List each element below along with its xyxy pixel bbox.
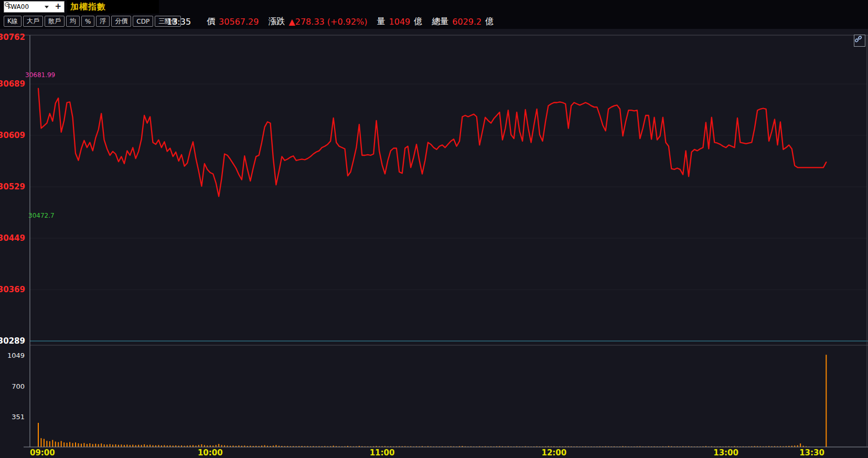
change-value: ▲278.33 (+0.92%) xyxy=(288,17,367,27)
toolbar-button-1[interactable]: 大戶 xyxy=(23,16,43,27)
quote-time: 13:35 xyxy=(167,17,191,27)
page-title: 加權指數 xyxy=(67,2,106,13)
price-label: 價 xyxy=(207,16,215,27)
price-axis-label: 30762 xyxy=(0,33,25,42)
dropdown-caret-icon[interactable] xyxy=(45,6,49,8)
toolbar-button-5[interactable]: 浮 xyxy=(96,16,110,27)
last-price: 30567.29 xyxy=(219,17,259,27)
volume-label: 量 xyxy=(377,16,385,27)
total-volume-label: 總量 xyxy=(432,16,448,27)
price-axis-label: 30449 xyxy=(0,233,25,243)
day-low-label: 30472.7 xyxy=(28,212,55,219)
price-axis-label: 30689 xyxy=(0,79,25,89)
time-axis-label: 13:00 xyxy=(713,448,738,457)
total-volume-unit: 億 xyxy=(485,16,494,27)
volume-value: 1049 xyxy=(389,17,411,27)
toolbar-button-3[interactable]: 均 xyxy=(66,16,80,27)
price-axis-label: 30609 xyxy=(0,131,25,140)
time-axis-label: 12:00 xyxy=(541,448,566,457)
toolbar-button-0[interactable]: K線 xyxy=(4,16,22,27)
time-axis-label: 10:00 xyxy=(198,448,223,457)
toolbar: K線大戶散戶均%浮分價CDP三關價 xyxy=(4,16,181,27)
title-strip: 加權指數 xyxy=(67,0,159,14)
price-axis-label: 30369 xyxy=(0,285,25,294)
symbol-combo-box[interactable]: TWA00 + xyxy=(4,1,65,13)
time-axis-label: 13:30 xyxy=(799,448,824,457)
chart-canvas[interactable]: 30762306893060930529304493036930289 1049… xyxy=(0,0,868,458)
link-icon xyxy=(854,35,862,43)
time-axis-label: 11:00 xyxy=(370,448,395,457)
header-bar: TWA00 + 加權指數 K線大戶散戶均%浮分價CDP三關價 13:35 價 3… xyxy=(0,0,868,29)
time-axis-label: 09:00 xyxy=(30,448,55,457)
stock-app-window: 30762306893060930529304493036930289 1049… xyxy=(0,0,868,458)
price-axis-label: 30529 xyxy=(0,182,25,191)
volume-unit: 億 xyxy=(414,16,422,27)
intraday-chart xyxy=(0,0,868,458)
volume-axis-label: 1049 xyxy=(7,352,25,359)
toolbar-button-4[interactable]: % xyxy=(81,16,94,27)
day-high-label: 30681.99 xyxy=(25,71,55,79)
add-symbol-button[interactable]: + xyxy=(54,3,64,12)
toolbar-button-7[interactable]: CDP xyxy=(133,16,153,27)
total-volume-value: 6029.2 xyxy=(452,17,481,27)
status-bar: 13:35 價 30567.29 漲跌 ▲278.33 (+0.92%) 量 1… xyxy=(167,15,494,28)
toolbar-button-6[interactable]: 分價 xyxy=(111,16,131,27)
price-axis-label: 30289 xyxy=(0,336,25,346)
toolbar-button-2[interactable]: 散戶 xyxy=(45,16,65,27)
change-label: 漲跌 xyxy=(268,16,285,27)
volume-axis-label: 700 xyxy=(12,382,25,390)
link-button[interactable] xyxy=(854,35,865,47)
volume-axis-label: 351 xyxy=(12,413,25,421)
